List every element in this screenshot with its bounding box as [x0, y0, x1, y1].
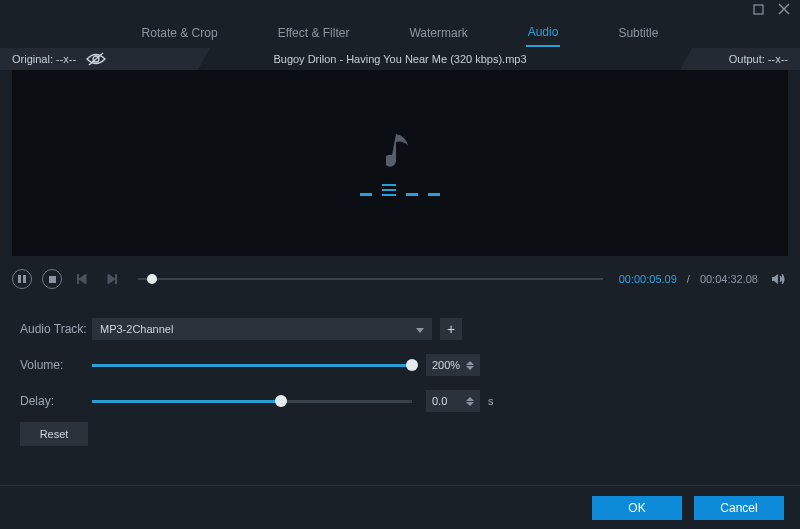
- volume-slider[interactable]: [92, 358, 412, 372]
- tab-watermark[interactable]: Watermark: [407, 20, 469, 46]
- equalizer-icon: [360, 184, 440, 196]
- svg-rect-5: [49, 276, 56, 283]
- time-separator: /: [687, 273, 690, 285]
- volume-value-box[interactable]: 200%: [426, 354, 480, 376]
- prev-button[interactable]: [72, 269, 92, 289]
- tab-rotate-crop[interactable]: Rotate & Crop: [140, 20, 220, 46]
- music-note-icon: [386, 130, 414, 170]
- svg-rect-3: [18, 275, 21, 283]
- seek-slider[interactable]: [138, 273, 603, 285]
- row-delay: Delay: 0.0 s: [20, 386, 780, 416]
- play-pause-button[interactable]: [12, 269, 32, 289]
- chevron-down-icon: [416, 323, 424, 335]
- next-button[interactable]: [102, 269, 122, 289]
- volume-icon[interactable]: [768, 269, 788, 289]
- volume-thumb[interactable]: [406, 359, 418, 371]
- svg-rect-7: [116, 274, 118, 284]
- reset-button[interactable]: Reset: [20, 422, 88, 446]
- audio-track-label: Audio Track:: [20, 322, 92, 336]
- delay-slider[interactable]: [92, 394, 412, 408]
- add-track-button[interactable]: +: [440, 318, 462, 340]
- info-output: Output: --x--: [680, 48, 800, 70]
- time-total: 00:04:32.08: [700, 273, 758, 285]
- audio-settings: Audio Track: MP3-2Channel + Volume: 200%: [0, 296, 800, 446]
- volume-spinner[interactable]: [466, 361, 474, 370]
- svg-rect-0: [754, 5, 763, 14]
- info-bar: Original: --x-- Bugoy Drilon - Having Yo…: [0, 48, 800, 70]
- row-audio-track: Audio Track: MP3-2Channel +: [20, 314, 780, 344]
- app-window: Rotate & Crop Effect & Filter Watermark …: [0, 0, 800, 529]
- footer: OK Cancel: [0, 485, 800, 529]
- preview-toggle-icon[interactable]: [86, 52, 106, 66]
- playbar: 00:00:05.09/00:04:32.08: [12, 262, 788, 296]
- delay-value-box[interactable]: 0.0: [426, 390, 480, 412]
- row-volume: Volume: 200%: [20, 350, 780, 380]
- preview-pane: [12, 70, 788, 256]
- delay-spinner[interactable]: [466, 397, 474, 406]
- maximize-button[interactable]: [752, 3, 764, 15]
- volume-value: 200%: [432, 359, 460, 371]
- cancel-button[interactable]: Cancel: [694, 496, 784, 520]
- delay-label: Delay:: [20, 394, 92, 408]
- delay-value: 0.0: [432, 395, 447, 407]
- tab-audio[interactable]: Audio: [526, 19, 561, 47]
- volume-label: Volume:: [20, 358, 92, 372]
- stop-button[interactable]: [42, 269, 62, 289]
- original-label: Original: --x--: [12, 53, 76, 65]
- delay-unit: s: [488, 395, 494, 407]
- seek-thumb[interactable]: [147, 274, 157, 284]
- ok-button[interactable]: OK: [592, 496, 682, 520]
- audio-track-value: MP3-2Channel: [100, 323, 173, 335]
- tab-subtitle[interactable]: Subtitle: [616, 20, 660, 46]
- close-button[interactable]: [778, 3, 790, 15]
- titlebar: [0, 0, 800, 18]
- tab-bar: Rotate & Crop Effect & Filter Watermark …: [0, 18, 800, 48]
- audio-track-select[interactable]: MP3-2Channel: [92, 318, 432, 340]
- tab-effect-filter[interactable]: Effect & Filter: [276, 20, 352, 46]
- info-original: Original: --x--: [0, 48, 210, 70]
- delay-thumb[interactable]: [275, 395, 287, 407]
- svg-rect-4: [24, 275, 27, 283]
- output-label: Output: --x--: [729, 53, 788, 65]
- time-current: 00:00:05.09: [619, 273, 677, 285]
